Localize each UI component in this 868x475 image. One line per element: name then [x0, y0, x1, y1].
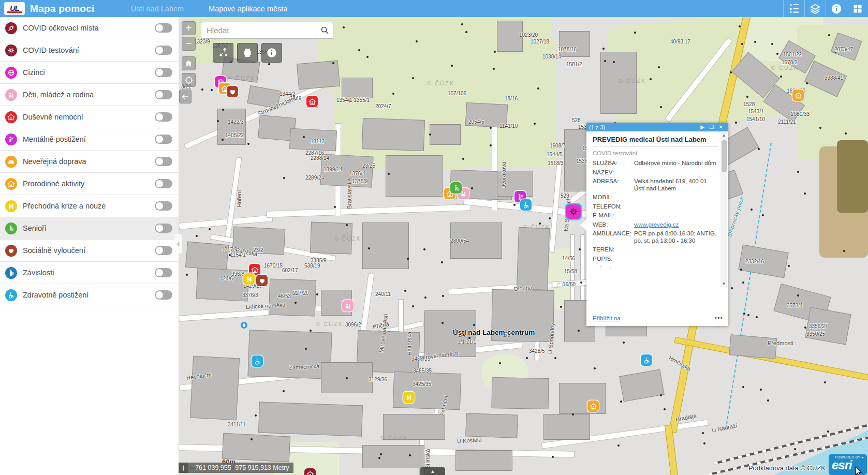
sidebar-item-7[interactable]: Neveřejná doprava [0, 151, 179, 173]
locate-button[interactable] [182, 73, 196, 87]
zoom-in-button[interactable]: + [182, 21, 196, 35]
parcel-number-label: 3411/11 [228, 422, 246, 427]
layer-toggle-off[interactable] [155, 90, 172, 99]
sidebar-collapse-handle[interactable]: ‹ [174, 234, 182, 254]
sidebar-item-8[interactable]: Prorodinné aktivity [0, 173, 179, 195]
search-button[interactable] [316, 22, 333, 39]
city-logo: UL [4, 2, 25, 15]
popup-scrollbar[interactable]: ▲ ▼ [720, 132, 727, 287]
map-marker-prorodinne-aktivity[interactable] [587, 400, 599, 412]
map-marker-dusevne-nemocni[interactable] [306, 96, 318, 107]
sidebar-item-6[interactable]: Mentálně postižení [0, 128, 179, 151]
layer-toggle-off[interactable] [155, 246, 172, 255]
zoom-to-link[interactable]: Přiblížit na [593, 315, 621, 321]
cuzk-watermark: © ČÚZK [523, 224, 550, 230]
search-box [201, 22, 333, 39]
parcel-point [804, 192, 806, 195]
field-value[interactable]: www.prevedig.cz [634, 221, 718, 229]
layer-toggle-off[interactable] [155, 23, 172, 33]
parcel-number-label: 3376/3 [242, 292, 258, 298]
map-marker-prorodinne-aktivity[interactable] [792, 90, 804, 101]
sidebar-item-12[interactable]: Závislosti [0, 262, 179, 284]
previous-extent-button[interactable] [179, 90, 192, 103]
layer-toggle-off[interactable] [155, 201, 172, 211]
parcel-point [751, 209, 753, 211]
map-canvas[interactable]: 1023/201027/181078/161038/141581/21323/9… [179, 17, 868, 475]
zoom-out-button[interactable]: − [182, 37, 196, 51]
sidebar-item-9[interactable]: Přechodná krize a nouze [0, 195, 179, 217]
forest-area [837, 140, 868, 213]
map-marker-dusevne-nemocni[interactable] [304, 468, 316, 475]
website-link[interactable]: www.prevedig.cz [634, 221, 679, 228]
header-nav: Ústí nad Labem Mapové aplikace města [131, 5, 288, 13]
layer-toggle-off[interactable] [155, 157, 172, 166]
parcel-point [620, 400, 622, 403]
parcel-number-label: 1535 [576, 158, 587, 164]
crosshair-icon[interactable] [179, 463, 189, 473]
search-input[interactable] [201, 22, 316, 39]
layer-toggle-off[interactable] [155, 268, 172, 277]
layers-icon[interactable] [804, 0, 826, 17]
parcel-number-label: 2289/24 [305, 175, 324, 181]
layer-toggle-off[interactable] [155, 46, 172, 55]
parcel-number-label: 18/16 [505, 96, 518, 101]
parcel-point [819, 127, 821, 129]
map-marker-zavislosti[interactable] [241, 322, 247, 329]
legend-icon[interactable] [783, 0, 804, 17]
sidebar-item-10[interactable]: Senioři [0, 217, 179, 240]
print-tool-button[interactable] [237, 43, 258, 63]
map-marker-prechodna-krize[interactable] [243, 273, 255, 285]
popup-field: ADRESA:Velká hradební 619, 400 01 Ústí n… [593, 178, 718, 192]
sidebar-item-11[interactable]: Sociálně vyloučení [0, 240, 179, 262]
layer-toggle-off[interactable] [155, 224, 172, 233]
parcel-number-label: 1141/10 [499, 123, 518, 129]
popup-menu-dots[interactable]: ••• [714, 316, 723, 320]
map-marker-covid-testovani-selected[interactable] [566, 204, 581, 219]
map-marker-socialne-vylouceni[interactable] [256, 275, 268, 286]
nav-usti-nad-labem[interactable]: Ústí nad Labem [131, 5, 184, 13]
sidebar-item-4[interactable]: Děti, mládež a rodina [0, 84, 179, 106]
parcel-number-label: 1/1 21/1 [458, 339, 476, 345]
map-marker-prechodna-krize[interactable] [403, 392, 415, 403]
sidebar-item-3[interactable]: Cizinci [0, 62, 179, 84]
layer-toggle-off[interactable] [155, 135, 172, 144]
scroll-up-arrow[interactable]: ▲ [720, 132, 727, 139]
parcel-point [824, 381, 826, 383]
sidebar-item-2[interactable]: COVID testování [0, 39, 179, 62]
map-marker-zdravotne-postizeni[interactable] [520, 199, 532, 211]
building [362, 222, 409, 269]
popup-next-button[interactable]: ▶ [698, 124, 707, 130]
layer-toggle-off[interactable] [155, 290, 172, 300]
parcel-point [346, 224, 348, 226]
popup-maximize-button[interactable]: ❐ [707, 124, 716, 130]
popup-titlebar[interactable]: (1 z 3) ▶ ❐ ✕ [586, 123, 728, 131]
scrollbar-thumb[interactable] [722, 140, 727, 172]
bottom-panel-expander[interactable]: ▲ [420, 467, 445, 475]
sidebar-item-1[interactable]: COVID očkovací místa [0, 17, 179, 39]
sidebar-item-13[interactable]: Zdravotně postižení [0, 284, 179, 306]
building [269, 278, 316, 316]
parcel-point [743, 313, 745, 315]
layer-toggle-off[interactable] [155, 179, 172, 188]
parcel-number-label: 1078/16 [558, 47, 577, 52]
map-marker-zdravotne-postizeni[interactable] [641, 354, 652, 366]
draw-measure-tool-button[interactable] [213, 43, 233, 63]
map-marker-seniori[interactable] [450, 182, 462, 194]
layer-toggle-off[interactable] [155, 68, 172, 77]
map-marker-zdravotne-postizeni[interactable] [252, 355, 263, 367]
popup-close-button[interactable]: ✕ [716, 124, 726, 130]
sidebar-item-5[interactable]: Duševně nemocní [0, 106, 179, 128]
info-tool-button[interactable] [261, 43, 282, 63]
parcel-point [549, 217, 551, 219]
map-marker-deti-mladez-rodina[interactable] [342, 300, 354, 311]
map-marker-socialne-vylouceni[interactable] [227, 86, 238, 97]
apps-grid-icon[interactable] [847, 0, 868, 17]
parcel-point [409, 454, 411, 456]
layer-toggle-off[interactable] [155, 112, 172, 122]
parcel-number-label: 1038/14 [542, 54, 561, 60]
scroll-down-arrow[interactable]: ▼ [720, 280, 727, 287]
nav-mapove-aplikace[interactable]: Mapové aplikace města [209, 5, 287, 13]
info-icon[interactable] [826, 0, 847, 17]
parcel-number-label: 2073/47 [834, 47, 853, 52]
home-button[interactable] [182, 56, 196, 70]
